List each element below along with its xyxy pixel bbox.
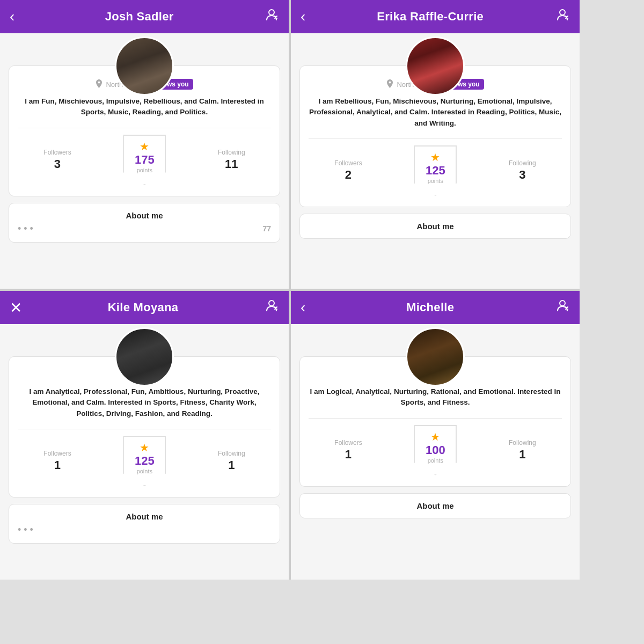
profile-card-josh: North WestFollows youI am Fun, Mischievo… <box>9 65 280 196</box>
followers-value-josh: 3 <box>54 157 61 171</box>
following-value-erika: 3 <box>519 168 525 182</box>
about-section-erika: About me <box>299 214 571 239</box>
bio-text-kile: I am Analytical, Professional, Fun, Ambi… <box>18 386 271 419</box>
followers-stat-michelle: Followers 1 <box>334 439 362 462</box>
location-pin-icon <box>96 79 103 90</box>
bio-text-michelle: I am Logical, Analytical, Nurturing, Rat… <box>309 386 562 408</box>
followers-label: Followers <box>334 439 362 447</box>
divider <box>309 418 562 419</box>
profile-name-michelle: Michelle <box>406 301 454 314</box>
close-icon[interactable]: ✕ <box>10 299 22 317</box>
followers-label: Followers <box>334 159 362 167</box>
followers-stat-erika: Followers 2 <box>334 159 362 182</box>
back-icon[interactable]: ‹ <box>10 8 14 25</box>
profile-action-icon-erika[interactable] <box>555 8 570 26</box>
points-label: points <box>428 178 443 184</box>
profile-name-josh: Josh Sadler <box>105 10 174 24</box>
divider <box>18 128 271 128</box>
back-icon[interactable]: ‹ <box>301 299 305 316</box>
following-label: Following <box>509 159 536 167</box>
following-stat-erika: Following 3 <box>509 159 536 182</box>
following-stat-michelle: Following 1 <box>509 439 536 462</box>
following-stat-kile: Following 1 <box>218 450 245 472</box>
avatar-kile <box>115 327 174 386</box>
about-preview-dots: • • • <box>18 524 33 536</box>
followers-value-erika: 2 <box>345 168 352 182</box>
profile-panel-kile: ✕ Kile Moyana North WestI am Analytical,… <box>0 291 289 580</box>
panel-header-michelle: ‹ Michelle <box>291 291 580 324</box>
panel-header-kile: ✕ Kile Moyana <box>0 291 289 324</box>
panel-header-erika: ‹ Erika Raffle-Currie <box>291 0 580 33</box>
stats-row-kile: Followers 1 ★ 125 points Following 1 <box>18 434 271 488</box>
back-icon[interactable]: ‹ <box>301 8 305 25</box>
points-badge-josh: ★ 175 points <box>123 135 166 185</box>
about-title-kile: About me <box>18 512 271 521</box>
points-label: points <box>137 167 152 173</box>
panel-body-erika: North WestFollows youI am Rebellious, Fu… <box>291 33 580 289</box>
about-preview-dots: • • • <box>18 223 33 235</box>
points-value-josh: 175 <box>135 153 155 167</box>
following-value-michelle: 1 <box>519 448 525 462</box>
avatar-michelle <box>406 327 465 386</box>
divider <box>18 429 271 429</box>
profile-card-michelle: South EastI am Logical, Analytical, Nurt… <box>299 356 571 487</box>
panel-body-michelle: South EastI am Logical, Analytical, Nurt… <box>291 324 580 580</box>
panel-body-kile: North WestI am Analytical, Professional,… <box>0 324 289 580</box>
about-title-michelle: About me <box>309 501 562 510</box>
profile-card-kile: North WestI am Analytical, Professional,… <box>9 356 280 497</box>
profile-panel-erika: ‹ Erika Raffle-Currie North WestFollows … <box>291 0 580 289</box>
following-stat-josh: Following 11 <box>218 149 245 171</box>
points-label: points <box>137 468 152 474</box>
profile-card-erika: North WestFollows youI am Rebellious, Fu… <box>299 65 571 207</box>
about-title-josh: About me <box>18 211 271 220</box>
points-star-icon: ★ <box>430 430 440 443</box>
location-pin-icon <box>386 79 393 90</box>
followers-stat-josh: Followers 3 <box>43 149 71 171</box>
avatar-erika <box>406 36 465 96</box>
points-star-icon: ★ <box>140 441 149 454</box>
divider <box>309 138 562 139</box>
profiles-grid: ‹ Josh Sadler North WestFollows youI am … <box>0 0 580 580</box>
followers-value-michelle: 1 <box>345 448 352 462</box>
following-value-kile: 1 <box>228 458 235 472</box>
profile-panel-michelle: ‹ Michelle South EastI am Logical, Analy… <box>291 291 580 580</box>
points-badge-erika: ★ 125 points <box>414 145 457 196</box>
following-label: Following <box>509 439 536 447</box>
panel-header-josh: ‹ Josh Sadler <box>0 0 289 33</box>
points-value-erika: 125 <box>426 164 445 178</box>
about-preview: • • • <box>18 524 271 536</box>
profile-name-erika: Erika Raffle-Currie <box>377 10 484 24</box>
profile-action-icon-michelle[interactable] <box>555 298 570 317</box>
following-label: Following <box>218 450 245 457</box>
stats-row-erika: Followers 2 ★ 125 points Following 3 <box>309 143 562 198</box>
about-title-erika: About me <box>309 222 562 231</box>
profile-panel-josh: ‹ Josh Sadler North WestFollows youI am … <box>0 0 289 289</box>
svg-point-0 <box>269 10 274 15</box>
points-star-icon: ★ <box>430 151 440 164</box>
avatar-josh <box>115 36 174 96</box>
followers-label: Followers <box>43 149 71 156</box>
following-value-josh: 11 <box>225 157 238 171</box>
profile-action-icon-josh[interactable] <box>264 8 279 26</box>
svg-point-2 <box>269 301 274 306</box>
about-section-michelle: About me <box>299 493 571 518</box>
panel-body-josh: North WestFollows youI am Fun, Mischievo… <box>0 33 289 289</box>
bio-text-josh: I am Fun, Mischievous, Impulsive, Rebell… <box>18 96 271 118</box>
about-section-josh: About me• • •77 <box>9 203 280 243</box>
about-preview-num: 77 <box>262 224 271 233</box>
points-star-icon: ★ <box>140 140 149 153</box>
followers-label: Followers <box>43 450 71 457</box>
points-label: points <box>428 457 443 464</box>
points-value-kile: 125 <box>135 454 155 468</box>
points-badge-kile: ★ 125 points <box>123 436 166 486</box>
stats-row-josh: Followers 3 ★ 175 points Following 11 <box>18 133 271 187</box>
points-badge-michelle: ★ 100 points <box>414 425 457 475</box>
profile-action-icon-kile[interactable] <box>264 298 279 317</box>
stats-row-michelle: Followers 1 ★ 100 points Following 1 <box>309 423 562 478</box>
following-label: Following <box>218 149 245 156</box>
followers-stat-kile: Followers 1 <box>43 450 71 472</box>
about-section-kile: About me• • • <box>9 504 280 544</box>
profile-name-kile: Kile Moyana <box>108 301 179 314</box>
svg-point-1 <box>560 10 565 15</box>
svg-point-3 <box>560 301 565 306</box>
